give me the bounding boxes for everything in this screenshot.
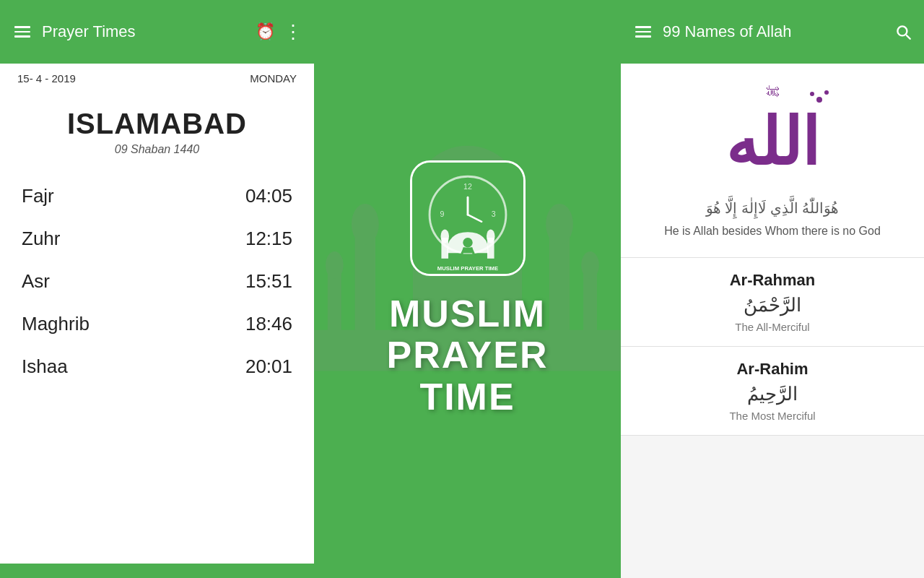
prayer-time: 12:15 xyxy=(245,228,292,250)
left-toolbar: Prayer Times ⏰ ⋮ xyxy=(0,0,314,64)
middle-section: 12 3 6 9 MUSLIM PRAYER TIME xyxy=(314,0,621,578)
left-phone: Prayer Times ⏰ ⋮ 15- 4 - 2019 MONDAY ISL… xyxy=(0,0,314,578)
prayer-time: 15:51 xyxy=(245,270,292,293)
menu-button[interactable] xyxy=(12,23,33,40)
alarm-icon[interactable]: ⏰ xyxy=(256,22,275,41)
app-main-title: MUSLIM PRAYER TIME xyxy=(387,293,549,418)
search-icon[interactable] xyxy=(894,22,912,41)
app-icon-wrapper: 12 3 6 9 MUSLIM PRAYER TIME xyxy=(410,160,526,276)
allah-diacritics: هُوَاللّٰهُ الَّذِي لَاإِلٰهَ إِلَّا هُو… xyxy=(635,199,910,217)
right-menu-button[interactable] xyxy=(632,23,654,40)
svg-point-29 xyxy=(810,92,814,96)
svg-point-21 xyxy=(440,230,449,243)
name-transliteration-1: Ar-Rahim xyxy=(635,360,910,379)
name-card-0[interactable]: Ar-Rahman الرَّحْمَنُ The All-Merciful xyxy=(621,258,924,347)
app-icon: 12 3 6 9 MUSLIM PRAYER TIME xyxy=(410,160,526,276)
left-toolbar-title: Prayer Times xyxy=(42,22,247,41)
prayer-name: Asr xyxy=(22,270,50,293)
allah-description: He is Allah besides Whom there is no God xyxy=(635,223,910,240)
prayer-name: Zuhr xyxy=(22,228,60,250)
prayer-name: Fajr xyxy=(22,185,54,207)
prayer-item: Zuhr 12:15 xyxy=(22,217,292,260)
name-card-1[interactable]: Ar-Rahim الرَّحِيمُ The Most Merciful xyxy=(621,347,924,436)
name-arabic-1: الرَّحِيمُ xyxy=(635,383,910,405)
prayer-time: 18:46 xyxy=(245,313,292,335)
prayer-name: Ishaa xyxy=(22,355,68,378)
city-section: ISLAMABAD 09 Shaban 1440 xyxy=(0,90,314,169)
allah-card: الله ﷻ هُوَاللّٰهُ الَّذِي لَاإِلٰهَ إِل… xyxy=(621,64,924,258)
allah-arabic-image: الله ﷻ xyxy=(679,78,866,194)
name-meaning-1: The Most Merciful xyxy=(635,410,910,422)
svg-point-5 xyxy=(546,204,573,245)
svg-point-24 xyxy=(463,238,472,247)
name-transliteration-0: Ar-Rahman xyxy=(635,271,910,290)
prayer-item: Fajr 04:05 xyxy=(22,175,292,217)
svg-text:ﷻ: ﷻ xyxy=(766,85,779,99)
svg-point-27 xyxy=(816,97,822,103)
prayer-item: Maghrib 18:46 xyxy=(22,303,292,345)
hijri-date: 09 Shaban 1440 xyxy=(14,143,300,156)
svg-point-23 xyxy=(486,230,494,243)
right-toolbar: 99 Names of Allah xyxy=(621,0,924,64)
name-arabic-0: الرَّحْمَنُ xyxy=(635,294,910,316)
prayer-list: Fajr 04:05 Zuhr 12:15 Asr 15:51 Maghrib … xyxy=(0,169,314,564)
city-name: ISLAMABAD xyxy=(14,108,300,140)
svg-point-9 xyxy=(581,251,599,279)
prayer-name: Maghrib xyxy=(22,313,90,335)
svg-point-28 xyxy=(824,90,829,95)
bottom-bar xyxy=(0,564,314,578)
svg-text:3: 3 xyxy=(491,210,495,218)
svg-text:12: 12 xyxy=(463,182,472,191)
svg-text:MUSLIM PRAYER TIME: MUSLIM PRAYER TIME xyxy=(437,265,497,272)
prayer-time: 04:05 xyxy=(245,185,292,207)
right-toolbar-title: 99 Names of Allah xyxy=(663,22,885,41)
prayer-item: Ishaa 20:01 xyxy=(22,345,292,388)
svg-text:9: 9 xyxy=(440,210,444,218)
name-meaning-0: The All-Merciful xyxy=(635,321,910,333)
date-text: 15- 4 - 2019 xyxy=(17,72,76,85)
day-text: MONDAY xyxy=(250,72,297,85)
prayer-time: 20:01 xyxy=(245,355,292,378)
svg-point-3 xyxy=(352,204,379,245)
more-options-icon[interactable]: ⋮ xyxy=(284,21,302,43)
date-row: 15- 4 - 2019 MONDAY xyxy=(0,64,314,90)
right-phone: 99 Names of Allah الله ﷻ هُوَاللّٰهُ الَ… xyxy=(621,0,924,578)
prayer-item: Asr 15:51 xyxy=(22,260,292,303)
svg-text:الله: الله xyxy=(725,106,819,178)
right-content: الله ﷻ هُوَاللّٰهُ الَّذِي لَاإِلٰهَ إِل… xyxy=(621,64,924,578)
svg-point-7 xyxy=(326,251,344,279)
mosque-silhouette xyxy=(314,0,621,578)
